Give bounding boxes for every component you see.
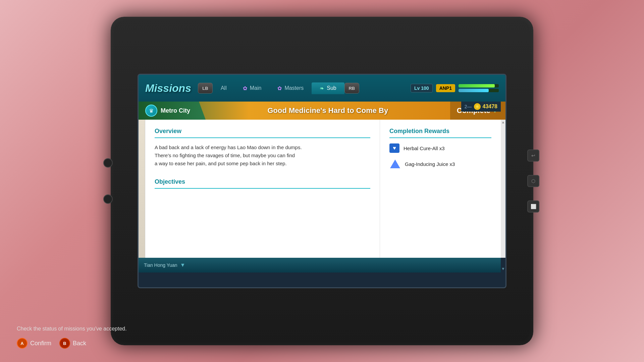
tab-sub-label: Sub — [327, 85, 336, 91]
some-number: 2— — [465, 104, 472, 109]
herbal-cure-icon: ♥ — [389, 143, 399, 153]
overview-text-line3: a way to ease her pain, and put some pep… — [155, 161, 287, 166]
overview-text-line2: There's no fighting the ravages of time,… — [155, 153, 295, 158]
back-prompt[interactable]: B Back — [59, 338, 86, 349]
back-label: Back — [73, 340, 86, 347]
reward-item-juice: Gag-Inducing Juice x3 — [389, 158, 491, 170]
objectives-section: Objectives — [155, 178, 370, 189]
tab-main[interactable]: ✿ Main — [235, 82, 270, 94]
left-bump-top — [103, 158, 113, 168]
mission-content: Overview A bad back and a lack of energy… — [139, 120, 505, 258]
tab-all-label: All — [221, 85, 227, 91]
hp-fill — [459, 84, 495, 87]
sp-fill — [459, 89, 489, 92]
device-frame: ↩ ⬡ ⬜ Missions LB All ✿ — [0, 0, 644, 362]
sp-bar — [459, 89, 499, 92]
player-info: Lv 100 ANP1 — [411, 84, 499, 93]
mission-title-bar: Good Medicine's Hard to Come By — [206, 102, 450, 120]
overview-section-title: Overview — [155, 128, 370, 138]
scroll-arrow-down: ▼ — [501, 266, 505, 271]
anp-tag: ANP1 — [436, 84, 455, 92]
gold-counter-bar: 2— 43478 — [461, 102, 501, 112]
lb-button[interactable]: LB — [198, 83, 213, 94]
confirm-prompt[interactable]: A Confirm — [17, 338, 51, 349]
right-side-buttons: ↩ ⬡ ⬜ — [527, 149, 539, 213]
lotus-icon-masters: ✿ — [277, 85, 282, 92]
triangle-icon — [390, 160, 400, 168]
gold-amount: 43478 — [483, 104, 498, 110]
scroll-indicator-bottom: ▼ — [501, 258, 505, 273]
city-badge: ♛ Metro City — [139, 102, 206, 120]
objectives-section-title: Objectives — [155, 178, 370, 189]
mission-header: ♛ Metro City Good Medicine's Hard to Com… — [139, 102, 505, 120]
left-decorative-strip — [139, 120, 145, 258]
lotus-icon-main: ✿ — [243, 85, 247, 92]
level-badge: Lv 100 — [411, 84, 433, 93]
top-bar: Missions LB All ✿ Main ✿ Mas — [139, 75, 505, 102]
mission-title: Good Medicine's Hard to Come By — [268, 106, 388, 115]
city-crown-icon: ♛ — [145, 105, 157, 117]
tab-navigation: LB All ✿ Main ✿ Masters ❧ — [198, 82, 411, 94]
rb-button[interactable]: RB — [344, 83, 359, 94]
tab-masters[interactable]: ✿ Masters — [269, 82, 312, 94]
juice-label: Gag-Inducing Juice x3 — [405, 161, 455, 167]
b-button[interactable]: B — [59, 338, 70, 349]
city-name: Metro City — [161, 107, 190, 114]
tab-main-label: Main — [250, 85, 262, 91]
back-button-device[interactable]: ↩ — [527, 149, 539, 162]
overview-text-line1: A bad back and a lack of energy has Lao … — [155, 144, 302, 150]
game-screen: Missions LB All ✿ Main ✿ Mas — [138, 74, 506, 288]
left-bump-bottom — [103, 194, 113, 204]
herbal-cure-label: Herbal Cure-All x3 — [404, 145, 445, 151]
content-area: ♛ Metro City Good Medicine's Hard to Com… — [139, 102, 505, 273]
rewards-section-title: Completion Rewards — [389, 128, 491, 138]
screenshot-button-device[interactable]: ⬜ — [527, 200, 539, 213]
tab-all[interactable]: All — [213, 82, 235, 94]
juice-icon-wrapper — [389, 158, 401, 170]
overview-description: A bad back and a lack of energy has Lao … — [155, 143, 370, 168]
right-panel: Completion Rewards ♥ Herbal Cure-All x3 … — [380, 120, 501, 258]
button-prompts: A Confirm B Back — [17, 338, 86, 349]
hint-text: Check the status of missions you've acce… — [17, 326, 127, 331]
missions-title: Missions — [145, 82, 191, 95]
device-body: ↩ ⬡ ⬜ Missions LB All ✿ — [111, 17, 533, 345]
bottom-bar: Tian Hong Yuan ▼ ▼ — [139, 258, 505, 273]
scroll-arrow-up[interactable]: ▲ — [501, 120, 505, 124]
a-button[interactable]: A — [17, 338, 28, 349]
hp-bar — [459, 84, 499, 87]
hp-sp-bars — [459, 84, 499, 92]
gold-coin-icon — [474, 103, 481, 110]
confirm-label: Confirm — [30, 340, 51, 347]
tab-sub[interactable]: ❧ Sub — [312, 82, 344, 94]
left-panel: Overview A bad back and a lack of energy… — [145, 120, 380, 258]
chevron-down-icon[interactable]: ▼ — [180, 262, 185, 268]
scrollbar[interactable]: ▲ — [501, 120, 505, 258]
home-button-device[interactable]: ⬡ — [527, 175, 539, 187]
reward-item-herbal: ♥ Herbal Cure-All x3 — [389, 143, 491, 153]
character-name: Tian Hong Yuan — [144, 262, 177, 268]
tab-masters-label: Masters — [284, 85, 304, 91]
hint-area: Check the status of missions you've acce… — [17, 326, 127, 332]
leaf-icon-sub: ❧ — [320, 85, 324, 92]
left-side-controls — [103, 158, 113, 204]
